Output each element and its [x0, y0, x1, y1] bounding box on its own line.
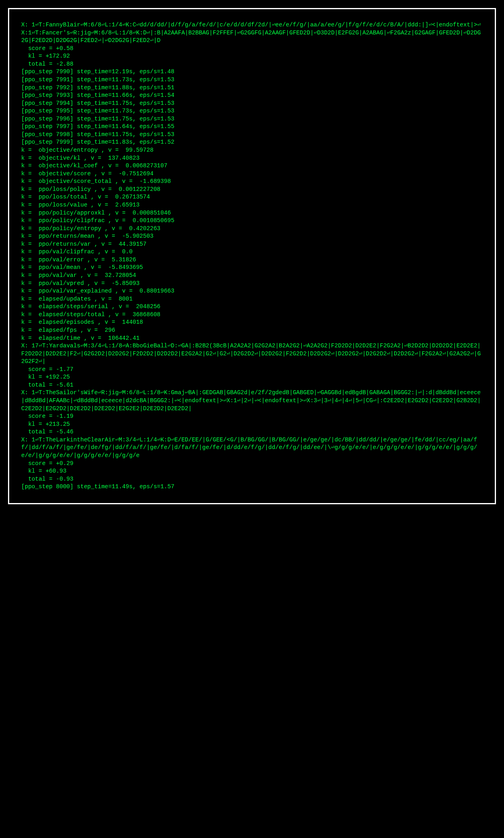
terminal-line: [ppo_step 7991] step_time=11.73s, eps/s=… [21, 76, 483, 84]
terminal-line: k = elapsed/steps/serial , v = 2048256 [21, 303, 483, 311]
terminal-line: total = -2.88 [21, 60, 483, 68]
terminal-line: X: 1⏎T:TheSailor'sWife⏎R:jig⏎M:6/8⏎L:1/8… [21, 389, 483, 413]
terminal-line: k = elapsed/time , v = 106442.41 [21, 335, 483, 343]
terminal-line: total = -0.93 [21, 475, 483, 483]
terminal-window: X: 1⏎T:FannyBlair⏎M:6/8⏎L:1/4⏎K:C⏎dd/d/d… [8, 8, 496, 504]
terminal-line: k = objective/kl , v = 137.40823 [21, 154, 483, 162]
terminal-line: k = ppo/loss/value , v = 2.65913 [21, 201, 483, 209]
terminal-line: X: 17⏎T:Yardavals⏎M:3/4⏎L:1/8⏎A:BboGieBa… [21, 342, 483, 366]
terminal-line: kl = +172.92 [21, 52, 483, 60]
terminal-line: k = ppo/policy/approxkl , v = 0.00085104… [21, 209, 483, 217]
terminal-line: score = -1.19 [21, 413, 483, 421]
terminal-line: k = ppo/returns/mean , v = -5.902503 [21, 233, 483, 241]
terminal-line: k = ppo/returns/var , v = 44.39157 [21, 241, 483, 249]
terminal-line: total = -5.61 [21, 381, 483, 389]
terminal-line: kl = +60.93 [21, 467, 483, 475]
terminal-line: k = ppo/val/var , v = 32.728054 [21, 272, 483, 280]
terminal-line: [ppo_step 7994] step_time=11.75s, eps/s=… [21, 100, 483, 108]
terminal-line: [ppo_step 7993] step_time=11.66s, eps/s=… [21, 92, 483, 100]
terminal-line: k = ppo/loss/policy , v = 0.0012227208 [21, 186, 483, 194]
terminal-line: total = -5.46 [21, 428, 483, 436]
terminal-line: [ppo_step 7998] step_time=11.75s, eps/s=… [21, 131, 483, 139]
terminal-line: [ppo_step 7996] step_time=11.75s, eps/s=… [21, 115, 483, 123]
terminal-line: k = ppo/val/var_explained , v = 0.880196… [21, 287, 483, 295]
terminal-line: k = elapsed/steps/total , v = 36868608 [21, 311, 483, 319]
terminal-line: kl = +192.25 [21, 373, 483, 381]
terminal-line: score = +0.58 [21, 45, 483, 53]
terminal-line: score = +0.29 [21, 460, 483, 468]
terminal-line: k = elapsed/episodes , v = 144018 [21, 319, 483, 327]
terminal-line: k = ppo/val/error , v = 5.31826 [21, 256, 483, 264]
terminal-line: k = ppo/val/mean , v = -5.8493695 [21, 264, 483, 272]
terminal-line: k = elapsed/fps , v = 296 [21, 327, 483, 335]
terminal-line: [ppo_step 7990] step_time=12.19s, eps/s=… [21, 68, 483, 76]
terminal-line: k = ppo/loss/total , v = 0.26713574 [21, 193, 483, 201]
terminal-line: k = objective/score_total , v = -1.68939… [21, 178, 483, 186]
terminal-line: k = objective/score , v = -0.7512694 [21, 170, 483, 178]
terminal-line: [ppo_step 7997] step_time=11.64s, eps/s=… [21, 123, 483, 131]
terminal-line: k = objective/entropy , v = 99.59728 [21, 146, 483, 154]
terminal-line: X: 1⏎T:TheLarkintheClearAir⏎M:3/4⏎L:1/4⏎… [21, 436, 483, 460]
terminal-line: [ppo_step 8000] step_time=11.49s, eps/s=… [21, 483, 483, 491]
terminal-line: k = elapsed/updates , v = 8001 [21, 295, 483, 303]
terminal-line: [ppo_step 7995] step_time=11.73s, eps/s=… [21, 107, 483, 115]
terminal-line: kl = +213.25 [21, 421, 483, 429]
terminal-line: score = -1.77 [21, 366, 483, 374]
terminal-line: k = ppo/val/clipfrac , v = 0.0 [21, 248, 483, 256]
terminal-line: [ppo_step 7992] step_time=11.88s, eps/s=… [21, 84, 483, 92]
terminal-line: [ppo_step 7999] step_time=11.83s, eps/s=… [21, 138, 483, 146]
terminal-line: k = ppo/policy/entropy , v = 0.4202263 [21, 225, 483, 233]
terminal-line: k = ppo/val/vpred , v = -5.85093 [21, 280, 483, 288]
terminal-output[interactable]: X: 1⏎T:FannyBlair⏎M:6/8⏎L:1/4⏎K:C⏎dd/d/d… [21, 21, 483, 491]
terminal-line: X: 1⏎T:FannyBlair⏎M:6/8⏎L:1/4⏎K:C⏎dd/d/d… [21, 21, 483, 45]
terminal-line: k = ppo/policy/clipfrac , v = 0.00108506… [21, 217, 483, 225]
terminal-line: k = objective/kl_coef , v = 0.0068273107 [21, 162, 483, 170]
